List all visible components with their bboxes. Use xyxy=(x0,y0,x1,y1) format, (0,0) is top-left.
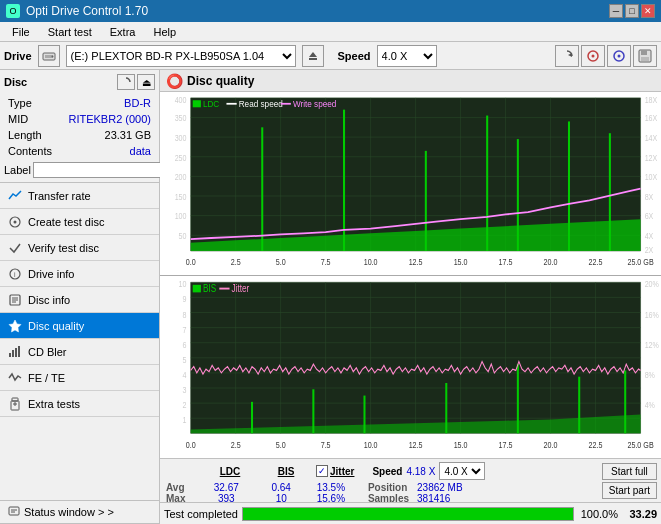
svg-text:10.0: 10.0 xyxy=(364,258,378,268)
svg-text:6: 6 xyxy=(183,340,187,350)
svg-rect-151 xyxy=(193,284,201,292)
disc2-btn[interactable] xyxy=(607,45,631,67)
left-panel: Disc ⏏ Type BD-R MID RITEKBR2 (000) xyxy=(0,70,160,524)
svg-text:2.5: 2.5 xyxy=(231,440,241,450)
svg-text:Write speed: Write speed xyxy=(293,99,337,110)
nav-disc-info[interactable]: Disc info xyxy=(0,287,159,313)
type-label: Type xyxy=(6,96,58,110)
label-input[interactable] xyxy=(33,162,162,178)
menu-extra[interactable]: Extra xyxy=(102,24,144,40)
svg-text:150: 150 xyxy=(175,193,187,203)
dq-icon: ⭕ xyxy=(166,73,183,89)
speed-select[interactable]: 4.0 X xyxy=(377,45,437,67)
disc-title: Disc xyxy=(4,76,27,88)
disc-refresh-btn[interactable] xyxy=(117,74,135,90)
speed-label: Speed xyxy=(338,50,371,62)
close-btn[interactable]: ✕ xyxy=(641,4,655,18)
svg-text:1: 1 xyxy=(183,415,187,425)
svg-text:2X: 2X xyxy=(645,246,654,256)
svg-text:18X: 18X xyxy=(645,95,658,105)
chart-bottom: 10 9 8 7 6 5 4 3 2 1 20% 16% 12% 8% 4% xyxy=(160,276,661,459)
svg-rect-4 xyxy=(309,58,317,60)
svg-text:10.0: 10.0 xyxy=(364,440,378,450)
svg-text:4X: 4X xyxy=(645,232,654,242)
col-bis-header: BIS xyxy=(266,466,306,477)
progress-bar xyxy=(242,507,574,521)
svg-text:BIS: BIS xyxy=(203,283,216,294)
svg-text:300: 300 xyxy=(175,134,187,144)
disc-quality-title: Disc quality xyxy=(187,74,254,88)
bottom-bar: Test completed 100.0% 33.29 xyxy=(160,502,661,524)
svg-rect-22 xyxy=(9,353,11,357)
svg-text:350: 350 xyxy=(175,114,187,124)
avg-ldc: 32.67 xyxy=(196,482,257,493)
length-value: 23.31 GB xyxy=(60,128,153,142)
svg-text:5: 5 xyxy=(183,355,187,365)
speed-col-label: Speed xyxy=(372,466,402,477)
menu-start-test[interactable]: Start test xyxy=(40,24,100,40)
contents-value: data xyxy=(60,144,153,158)
svg-text:7.5: 7.5 xyxy=(321,258,331,268)
svg-rect-23 xyxy=(12,350,14,357)
label-field-label: Label xyxy=(4,164,31,176)
progress-bar-fill xyxy=(243,508,573,520)
disc-eject-btn[interactable]: ⏏ xyxy=(137,74,155,90)
svg-text:250: 250 xyxy=(175,154,187,164)
nav-cd-bler[interactable]: CD Bler xyxy=(0,339,159,365)
nav-transfer-rate[interactable]: Transfer rate xyxy=(0,183,159,209)
position-label: Position xyxy=(356,482,413,493)
nav-disc-quality[interactable]: Disc quality xyxy=(0,313,159,339)
menu-help[interactable]: Help xyxy=(145,24,184,40)
svg-rect-11 xyxy=(641,50,647,55)
jitter-checkbox[interactable]: ✓ xyxy=(316,465,328,477)
menu-file[interactable]: File xyxy=(4,24,38,40)
nav-extra-tests[interactable]: Extra tests xyxy=(0,391,159,417)
svg-rect-30 xyxy=(9,507,19,515)
svg-text:Read speed: Read speed xyxy=(239,99,283,110)
mid-label: MID xyxy=(6,112,58,126)
svg-text:3: 3 xyxy=(183,385,187,395)
speed-val: 4.18 X xyxy=(406,466,435,477)
svg-text:LDC: LDC xyxy=(203,99,220,110)
drive-select[interactable]: (E:) PLEXTOR BD-R PX-LB950SA 1.04 xyxy=(66,45,296,67)
nav-verify-test-disc[interactable]: Verify test disc xyxy=(0,235,159,261)
save-btn[interactable] xyxy=(633,45,657,67)
start-part-btn[interactable]: Start part xyxy=(602,482,657,499)
disc-section: Disc ⏏ Type BD-R MID RITEKBR2 (000) xyxy=(0,70,159,183)
svg-text:17.5: 17.5 xyxy=(499,258,513,268)
svg-text:400: 400 xyxy=(175,95,187,105)
speed-select-stats[interactable]: 4.0 X xyxy=(439,462,485,480)
nav-drive-info[interactable]: i Drive info xyxy=(0,261,159,287)
svg-text:20.0: 20.0 xyxy=(544,440,558,450)
svg-text:9: 9 xyxy=(183,294,187,304)
eject-btn[interactable] xyxy=(302,45,324,67)
svg-text:10: 10 xyxy=(179,279,187,289)
progress-text: 100.0% xyxy=(578,508,618,520)
main-layout: Disc ⏏ Type BD-R MID RITEKBR2 (000) xyxy=(0,70,661,524)
svg-point-14 xyxy=(14,220,17,223)
col-ldc-header: LDC xyxy=(204,466,256,477)
svg-text:25.0 GB: 25.0 GB xyxy=(627,440,653,450)
drive-icon-btn xyxy=(38,45,60,67)
svg-point-7 xyxy=(592,54,595,57)
svg-text:200: 200 xyxy=(175,173,187,183)
svg-point-9 xyxy=(618,54,621,57)
nav-create-test-disc[interactable]: Create test disc xyxy=(0,209,159,235)
svg-text:0.0: 0.0 xyxy=(186,258,196,268)
stats-section: LDC BIS ✓ Jitter Speed 4.18 X 4.0 X xyxy=(160,458,661,502)
disc-btn[interactable] xyxy=(581,45,605,67)
svg-text:20.0: 20.0 xyxy=(544,258,558,268)
nav-fe-te[interactable]: FE / TE xyxy=(0,365,159,391)
svg-text:7: 7 xyxy=(183,324,187,334)
start-full-btn[interactable]: Start full xyxy=(602,463,657,480)
refresh-btn[interactable] xyxy=(555,45,579,67)
maximize-btn[interactable]: □ xyxy=(625,4,639,18)
avg-bis: 0.64 xyxy=(257,482,306,493)
right-panel: ⭕ Disc quality xyxy=(160,70,661,524)
svg-text:10X: 10X xyxy=(645,173,658,183)
status-window-btn[interactable]: Status window > > xyxy=(0,500,159,524)
svg-text:16%: 16% xyxy=(645,309,659,319)
svg-rect-25 xyxy=(18,346,20,357)
svg-rect-12 xyxy=(641,57,649,61)
minimize-btn[interactable]: ─ xyxy=(609,4,623,18)
